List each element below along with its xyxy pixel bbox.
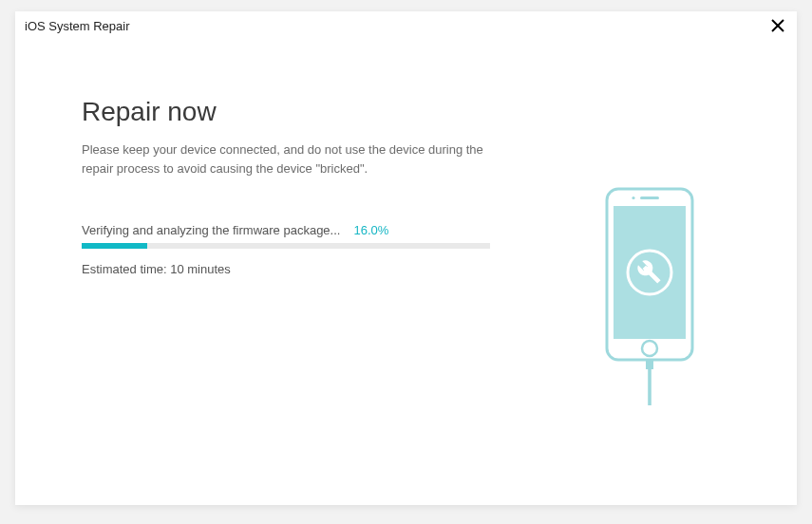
progress-bar [82,243,490,249]
content-area: Repair now Please keep your device conne… [15,40,797,505]
window-title: iOS System Repair [25,19,130,33]
progress-status-label: Verifying and analyzing the firmware pac… [82,223,340,237]
svg-rect-4 [640,196,659,199]
close-icon [771,19,784,32]
app-window: iOS System Repair Repair now Please keep… [15,11,797,505]
svg-rect-10 [648,369,651,405]
page-description: Please keep your device connected, and d… [82,140,490,178]
progress-fill [82,243,147,249]
svg-rect-9 [646,360,653,369]
svg-point-5 [632,196,634,199]
progress-percent: 16.0% [353,223,388,237]
close-button[interactable] [766,14,789,37]
svg-point-6 [642,341,657,356]
phone-repair-illustration [602,187,707,409]
titlebar: iOS System Repair [15,11,797,40]
page-heading: Repair now [82,97,730,127]
